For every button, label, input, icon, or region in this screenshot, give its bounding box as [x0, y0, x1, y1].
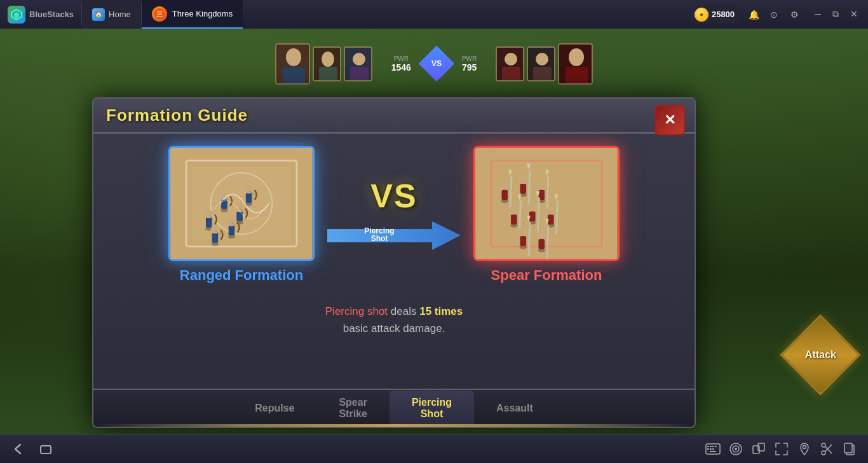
share-icon[interactable] [750, 441, 767, 457]
spear-formation-image [473, 146, 620, 261]
description-line1: Piercing shot deals 15 times [325, 303, 463, 320]
svg-point-18 [536, 53, 548, 66]
vs-badges: PWR 1546 VS PWR 795 [391, 51, 477, 76]
tab-repulse[interactable]: Repulse [233, 396, 316, 420]
close-modal-icon: ✕ [664, 112, 675, 128]
svg-point-23 [571, 51, 581, 61]
taskbar-right [705, 441, 858, 457]
bluestacks-text: BlueStacks [29, 10, 74, 19]
keyboard-icon[interactable] [705, 441, 721, 457]
game-tab[interactable]: 三 Three Kingdoms [142, 0, 243, 29]
right-pwr-label: PWR [462, 55, 477, 62]
bluestacks-logo: BlueStacks [0, 6, 81, 24]
right-pwr-value: 795 [462, 62, 477, 73]
tab-piercing-shot[interactable]: PiercingShot [390, 390, 474, 426]
game-area: PWR 1546 VS PWR 795 [0, 29, 868, 434]
location-icon[interactable] [796, 441, 813, 457]
modal-title: Formation Guide [106, 106, 248, 125]
vs-big-text: VS [370, 177, 417, 215]
svg-point-73 [510, 205, 519, 214]
svg-rect-22 [566, 67, 588, 85]
notification-icon[interactable]: 🔔 [746, 7, 761, 22]
svg-rect-102 [712, 446, 714, 447]
battle-center: PWR 1546 VS PWR 795 [372, 51, 496, 76]
back-icon[interactable] [10, 440, 27, 458]
svg-point-88 [519, 227, 528, 236]
vs-text: VS [431, 59, 442, 68]
left-pwr-label: PWR [394, 55, 409, 62]
hero-portrait-1 [275, 43, 310, 85]
svg-line-90 [529, 222, 530, 256]
circle-icon[interactable]: ⊙ [766, 7, 782, 22]
left-pwr-value: 1546 [391, 62, 411, 73]
spear-formation-name: Spear Formation [491, 267, 602, 284]
target-icon[interactable] [728, 441, 744, 457]
attack-text: Attack [805, 349, 836, 361]
times-text: 15 times [419, 305, 463, 317]
svg-rect-50 [246, 193, 252, 203]
hero-portrait-3 [344, 46, 372, 81]
coin-icon: ● [695, 8, 709, 22]
minimize-button[interactable]: ─ [812, 8, 824, 21]
svg-point-110 [735, 448, 737, 450]
ranged-formation-name: Ranged Formation [180, 267, 303, 284]
copy-icon[interactable] [842, 441, 858, 457]
svg-text:Shot: Shot [371, 234, 388, 243]
left-pwr-badge: PWR 1546 [391, 55, 411, 73]
bluestacks-icon [8, 6, 25, 24]
modal-header: Formation Guide ✕ [93, 99, 695, 134]
svg-rect-101 [710, 446, 712, 447]
tab-assault-label: Assault [496, 403, 533, 413]
taskbar [0, 434, 868, 463]
window-icon[interactable] [37, 440, 55, 458]
settings-icon[interactable]: ⚙ [787, 7, 802, 22]
home-tab-label: Home [109, 10, 131, 19]
tab-assault[interactable]: Assault [474, 396, 555, 420]
right-pwr-badge: PWR 795 [462, 55, 477, 73]
svg-rect-94 [538, 239, 545, 249]
svg-point-12 [353, 53, 365, 66]
right-formation-card: Spear Formation [473, 146, 620, 284]
svg-point-62 [501, 199, 508, 203]
svg-point-93 [538, 230, 546, 239]
svg-rect-59 [501, 190, 508, 200]
svg-rect-105 [710, 448, 712, 450]
svg-line-85 [556, 200, 557, 234]
expand-icon[interactable] [773, 441, 790, 457]
svg-point-92 [519, 245, 527, 249]
svg-line-80 [538, 197, 539, 231]
svg-point-7 [288, 51, 299, 61]
description-area: Piercing shot deals 15 times basic attac… [325, 296, 463, 343]
tab-bar: Repulse SpearStrike PiercingShot Assault [93, 389, 695, 427]
svg-point-113 [803, 446, 806, 449]
game-icon: 三 [152, 6, 167, 22]
tab-spear-strike[interactable]: SpearStrike [316, 390, 389, 426]
description-line2: basic attack damage. [325, 320, 463, 337]
svg-rect-46 [229, 226, 235, 235]
home-tab[interactable]: 🏠 Home [82, 0, 141, 29]
svg-rect-106 [712, 448, 714, 450]
tab-piercing-shot-label: PiercingShot [412, 397, 452, 419]
ranged-formation-image [168, 146, 315, 261]
close-button[interactable]: ✕ [848, 8, 860, 21]
tab-spear-strike-label: SpearStrike [339, 397, 367, 419]
hero-portrait-5 [527, 46, 555, 81]
scissors-icon[interactable] [819, 441, 836, 457]
svg-line-65 [529, 170, 530, 204]
close-modal-button[interactable]: ✕ [654, 105, 685, 135]
svg-rect-13 [350, 67, 369, 81]
svg-line-60 [510, 176, 512, 210]
hero-portrait-2 [313, 46, 341, 81]
svg-rect-38 [236, 212, 243, 221]
svg-rect-74 [511, 214, 517, 224]
left-side [275, 43, 372, 85]
window-controls: ─ ⧉ ✕ [812, 8, 860, 21]
modal-content: Ranged Formation VS [93, 134, 695, 356]
svg-point-77 [510, 224, 518, 228]
restore-button[interactable]: ⧉ [830, 8, 841, 21]
svg-point-68 [538, 181, 546, 190]
coin-amount: 25800 [712, 10, 735, 19]
svg-rect-89 [520, 236, 526, 245]
svg-rect-119 [844, 443, 852, 453]
svg-point-115 [822, 451, 825, 455]
